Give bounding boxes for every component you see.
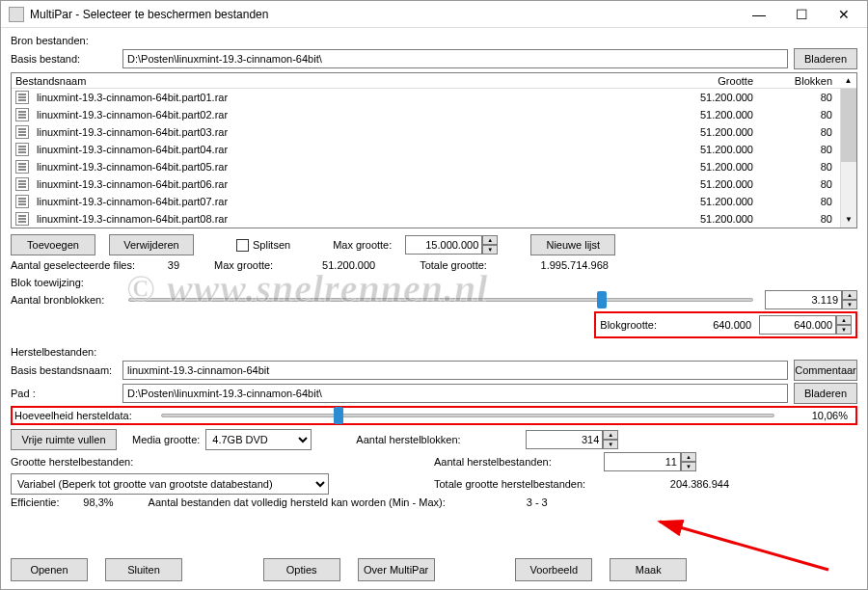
srcblocks-slider[interactable] bbox=[128, 298, 753, 302]
media-size-label: Media grootte: bbox=[132, 434, 200, 445]
file-icon bbox=[15, 91, 29, 104]
total-size-value: 1.995.714.968 bbox=[493, 259, 609, 271]
file-icon bbox=[15, 195, 29, 208]
blocksize-spinner[interactable]: ▲▼ bbox=[759, 315, 852, 335]
file-size-cell: 51.200.000 bbox=[647, 126, 763, 138]
about-button[interactable]: Over MultiPar bbox=[358, 558, 435, 581]
basename-input[interactable] bbox=[122, 361, 788, 380]
table-row[interactable]: linuxmint-19.3-cinnamon-64bit.part01.rar… bbox=[12, 89, 840, 106]
block-section-label: Blok toewijzing: bbox=[11, 277, 857, 288]
file-name-cell: linuxmint-19.3-cinnamon-64bit.part08.rar bbox=[33, 213, 647, 225]
col-header-blocks[interactable]: Blokken bbox=[763, 75, 840, 87]
fullrec-label: Aantal bestanden dat volledig hersteld k… bbox=[149, 496, 446, 508]
selected-count-label: Aantal geselecteerde files: bbox=[11, 259, 135, 271]
recovery-amount-label: Hoeveelheid hersteldata: bbox=[14, 410, 149, 421]
split-checkbox[interactable] bbox=[236, 239, 249, 252]
file-blocks-cell: 80 bbox=[763, 178, 840, 190]
col-header-name[interactable]: Bestandsnaam bbox=[12, 75, 647, 87]
file-icon bbox=[15, 177, 29, 191]
browse-recovery-button[interactable]: Bladeren bbox=[794, 383, 857, 404]
recovery-section-label: Herstelbestanden: bbox=[11, 346, 857, 358]
recblocks-input[interactable] bbox=[526, 430, 603, 449]
recfiles-spinner[interactable]: ▲▼ bbox=[604, 452, 696, 471]
path-input[interactable] bbox=[122, 384, 788, 403]
srcblocks-input[interactable] bbox=[765, 290, 842, 309]
efficiency-label: Efficientie: bbox=[11, 496, 60, 508]
table-row[interactable]: linuxmint-19.3-cinnamon-64bit.part08.rar… bbox=[12, 210, 840, 228]
table-row[interactable]: linuxmint-19.3-cinnamon-64bit.part05.rar… bbox=[12, 158, 840, 175]
table-row[interactable]: linuxmint-19.3-cinnamon-64bit.part02.rar… bbox=[12, 106, 840, 123]
newlist-button[interactable]: Nieuwe lijst bbox=[530, 234, 615, 255]
close-app-button[interactable]: Sluiten bbox=[105, 558, 182, 581]
recfiles-label: Aantal herstelbestanden: bbox=[434, 456, 598, 468]
totalrecsize-value: 204.386.944 bbox=[633, 478, 729, 490]
recovery-amount-slider[interactable] bbox=[161, 414, 774, 417]
recfiles-input[interactable] bbox=[604, 452, 681, 471]
table-row[interactable]: linuxmint-19.3-cinnamon-64bit.part04.rar… bbox=[12, 141, 840, 158]
file-size-cell: 51.200.000 bbox=[647, 92, 763, 103]
options-button[interactable]: Opties bbox=[263, 558, 340, 581]
close-button[interactable]: ✕ bbox=[823, 2, 865, 27]
file-name-cell: linuxmint-19.3-cinnamon-64bit.part01.rar bbox=[33, 92, 647, 103]
source-section-label: Bron bestanden: bbox=[11, 35, 857, 46]
blocksize-mid: 640.000 bbox=[665, 319, 751, 331]
stats-maxsize-value: 51.200.000 bbox=[279, 259, 375, 271]
file-name-cell: linuxmint-19.3-cinnamon-64bit.part05.rar bbox=[33, 161, 647, 173]
srcblocks-spinner[interactable]: ▲▼ bbox=[765, 290, 857, 309]
basename-label: Basis bestandsnaam: bbox=[11, 364, 117, 376]
recblocks-spinner[interactable]: ▲▼ bbox=[526, 430, 618, 449]
browse-source-button[interactable]: Bladeren bbox=[794, 48, 857, 69]
table-row[interactable]: linuxmint-19.3-cinnamon-64bit.part07.rar… bbox=[12, 193, 840, 210]
file-blocks-cell: 80 bbox=[763, 144, 840, 155]
preview-button[interactable]: Voorbeeld bbox=[515, 558, 592, 581]
blocksize-input[interactable] bbox=[759, 315, 836, 335]
file-icon bbox=[15, 143, 29, 156]
media-size-select[interactable]: 4.7GB DVD bbox=[205, 429, 312, 450]
file-list: Bestandsnaam Grootte Blokken ▲ linuxmint… bbox=[11, 72, 857, 228]
file-icon bbox=[15, 125, 29, 139]
stats-maxsize-label: Max grootte: bbox=[214, 259, 273, 271]
fullrec-value: 3 - 3 bbox=[451, 496, 548, 508]
srcblocks-label: Aantal bronblokken: bbox=[11, 294, 117, 306]
sizing-select[interactable]: Variabel (Beperk tot grootte van grootst… bbox=[11, 473, 329, 495]
base-file-input[interactable] bbox=[122, 49, 788, 68]
comment-button[interactable]: Commentaar bbox=[794, 360, 857, 381]
file-blocks-cell: 80 bbox=[763, 213, 840, 225]
table-row[interactable]: linuxmint-19.3-cinnamon-64bit.part03.rar… bbox=[12, 123, 840, 141]
selected-count-value: 39 bbox=[141, 259, 179, 271]
blocksize-highlight: Blokgrootte: 640.000 ▲▼ bbox=[594, 311, 857, 338]
split-label: Splitsen bbox=[253, 239, 290, 251]
file-name-cell: linuxmint-19.3-cinnamon-64bit.part04.rar bbox=[33, 144, 647, 155]
app-icon bbox=[9, 7, 24, 22]
minimize-button[interactable]: — bbox=[738, 2, 780, 27]
maximize-button[interactable]: ☐ bbox=[780, 2, 823, 27]
file-blocks-cell: 80 bbox=[763, 126, 840, 138]
col-header-scroll-gap: ▲ bbox=[840, 76, 856, 85]
titlebar: MultiPar - Selecteer te beschermen besta… bbox=[1, 1, 867, 28]
maxsize-spinner[interactable]: ▲▼ bbox=[405, 235, 498, 255]
file-icon bbox=[15, 160, 29, 174]
add-button[interactable]: Toevoegen bbox=[11, 234, 95, 255]
file-size-cell: 51.200.000 bbox=[647, 196, 763, 207]
footer-buttons: Openen Sluiten Opties Over MultiPar Voor… bbox=[11, 558, 857, 581]
recovery-amount-value: 10,06% bbox=[786, 410, 854, 421]
col-header-size[interactable]: Grootte bbox=[647, 75, 763, 87]
file-name-cell: linuxmint-19.3-cinnamon-64bit.part03.rar bbox=[33, 126, 647, 138]
fill-free-button[interactable]: Vrije ruimte vullen bbox=[11, 429, 117, 450]
sizefiles-label: Grootte herstelbestanden: bbox=[11, 456, 165, 468]
maxsize-input[interactable] bbox=[405, 235, 482, 255]
remove-button[interactable]: Verwijderen bbox=[109, 234, 194, 255]
open-button[interactable]: Openen bbox=[11, 558, 88, 581]
file-blocks-cell: 80 bbox=[763, 92, 840, 103]
maxsize-label: Max grootte: bbox=[333, 239, 392, 251]
file-name-cell: linuxmint-19.3-cinnamon-64bit.part06.rar bbox=[33, 178, 647, 190]
file-icon bbox=[15, 108, 29, 121]
file-size-cell: 51.200.000 bbox=[647, 161, 763, 173]
recovery-amount-highlight: Hoeveelheid hersteldata: 10,06% bbox=[11, 406, 857, 425]
create-button[interactable]: Maak bbox=[610, 558, 687, 581]
file-list-scrollbar[interactable]: ▼ bbox=[840, 89, 856, 228]
table-row[interactable]: linuxmint-19.3-cinnamon-64bit.part06.rar… bbox=[12, 175, 840, 193]
path-label: Pad : bbox=[11, 388, 117, 399]
file-size-cell: 51.200.000 bbox=[647, 178, 763, 190]
file-name-cell: linuxmint-19.3-cinnamon-64bit.part07.rar bbox=[33, 196, 647, 207]
